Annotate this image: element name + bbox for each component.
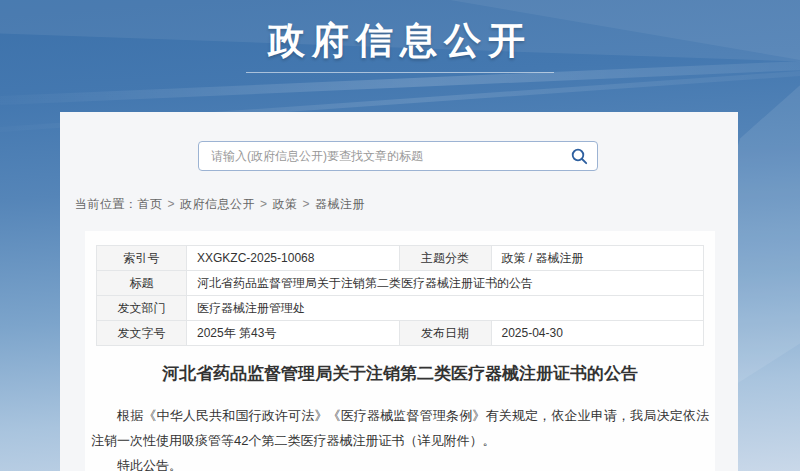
table-row: 发文字号 2025年 第43号 发布日期 2025-04-30: [97, 321, 704, 346]
breadcrumb-separator: >: [260, 197, 268, 211]
article-paragraph: 根据《中华人民共和国行政许可法》《医疗器械监督管理条例》有关规定，依企业申请，我…: [91, 403, 709, 453]
article-title: 河北省药品监督管理局关于注销第二类医疗器械注册证书的公告: [95, 362, 705, 385]
breadcrumb-item-home[interactable]: 首页: [138, 197, 163, 211]
article-container: 索引号 XXGKZC-2025-10068 主题分类 政策 / 器械注册 标题 …: [85, 231, 715, 471]
meta-department-value: 医疗器械注册管理处: [187, 296, 704, 321]
content-panel: 当前位置：首页>政府信息公开>政策>器械注册 索引号 XXGKZC-2025-1…: [60, 112, 738, 471]
meta-doc-number-value: 2025年 第43号: [187, 321, 400, 346]
meta-publish-date-label: 发布日期: [399, 321, 491, 346]
breadcrumb: 当前位置：首页>政府信息公开>政策>器械注册: [75, 196, 365, 213]
meta-publish-date-value: 2025-04-30: [491, 321, 704, 346]
breadcrumb-label: 当前位置：: [75, 197, 138, 211]
meta-department-label: 发文部门: [97, 296, 187, 321]
meta-title-label: 标题: [97, 271, 187, 296]
page-title: 政府信息公开: [0, 16, 800, 66]
meta-category-label: 主题分类: [399, 246, 491, 271]
table-row: 标题 河北省药品监督管理局关于注销第二类医疗器械注册证书的公告: [97, 271, 704, 296]
search-input[interactable]: [198, 141, 598, 171]
breadcrumb-item-policy[interactable]: 政策: [273, 197, 298, 211]
breadcrumb-item-device-registration[interactable]: 器械注册: [315, 197, 365, 211]
breadcrumb-separator: >: [303, 197, 311, 211]
article-body: 根据《中华人民共和国行政许可法》《医疗器械监督管理条例》有关规定，依企业申请，我…: [85, 403, 715, 471]
title-underline: [246, 72, 554, 73]
document-meta-table: 索引号 XXGKZC-2025-10068 主题分类 政策 / 器械注册 标题 …: [96, 245, 704, 346]
table-row: 索引号 XXGKZC-2025-10068 主题分类 政策 / 器械注册: [97, 246, 704, 271]
meta-category-value: 政策 / 器械注册: [491, 246, 704, 271]
meta-index-value: XXGKZC-2025-10068: [187, 246, 400, 271]
breadcrumb-item-gov-info[interactable]: 政府信息公开: [180, 197, 255, 211]
search-bar: [198, 141, 598, 171]
search-icon[interactable]: [571, 148, 588, 165]
meta-doc-number-label: 发文字号: [97, 321, 187, 346]
meta-title-value: 河北省药品监督管理局关于注销第二类医疗器械注册证书的公告: [187, 271, 704, 296]
meta-index-label: 索引号: [97, 246, 187, 271]
breadcrumb-separator: >: [168, 197, 176, 211]
table-row: 发文部门 医疗器械注册管理处: [97, 296, 704, 321]
article-paragraph: 特此公告。: [91, 453, 709, 471]
